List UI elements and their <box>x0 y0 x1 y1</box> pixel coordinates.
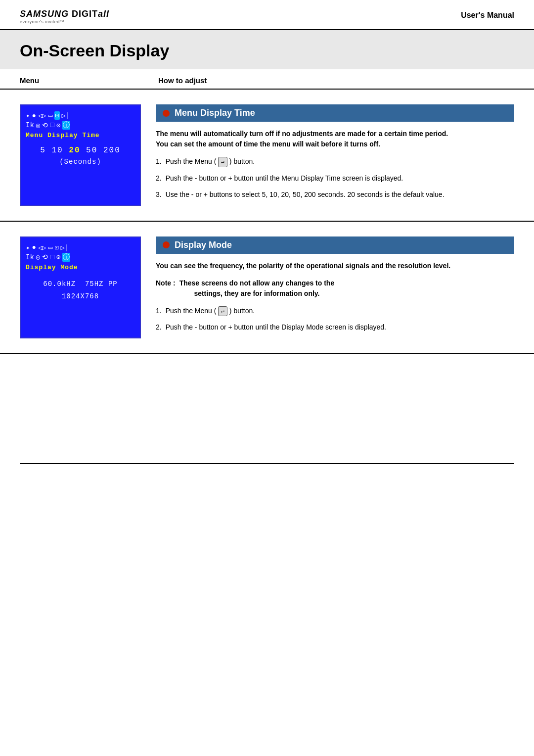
red-dot-icon-dm <box>163 241 170 248</box>
clock-icon-dm: ⊙ <box>56 253 60 261</box>
step-num-2: 2. <box>156 173 162 184</box>
col-menu-header: Menu <box>20 76 158 85</box>
column-headers: Menu How to adjust <box>0 69 534 90</box>
footer-line <box>20 463 514 464</box>
page-title: On-Screen Display <box>20 41 514 60</box>
logo-tagline: everyone's invited™ <box>20 19 109 24</box>
rotate-icon-dm: ⟲ <box>42 253 48 261</box>
step-1-menu-display-time: 1. Push the Menu ( ↵ ) button. <box>156 156 514 167</box>
display-icon: □ <box>50 121 54 129</box>
step-num-1-dm: 1. <box>156 306 162 317</box>
osd-display-mode-values: 60.0kHZ 75HZ PP1024X768 <box>26 278 135 303</box>
section-desc-menu-display-time: The menu will automatically turn off if … <box>156 129 514 149</box>
image-icon: ◁▷ <box>38 111 46 120</box>
logo-text-samsung: SAMSUNG <box>20 9 72 19</box>
page-header: SAMSUNG DIGITall everyone's invited™ Use… <box>0 0 534 30</box>
col-how-header: How to adjust <box>158 76 514 85</box>
input-icon: Ik <box>26 121 34 129</box>
brightness-icon: ✦ <box>26 111 30 120</box>
steps-list-display-mode: 1. Push the Menu ( ↵ ) button. 2. Push t… <box>156 306 514 333</box>
step-text-2: Push the - button or + button until the … <box>166 173 514 184</box>
note-text: These screens do not allow any changes t… <box>179 278 335 299</box>
settings-icon-dm: ◎ <box>36 253 40 261</box>
right-content-menu-display-time: Menu Display Time The menu will automati… <box>156 104 514 206</box>
brightness-icon-dm: ✦ <box>26 243 30 252</box>
size-icon-dm: ▭ <box>48 243 52 252</box>
step-num-2-dm: 2. <box>156 322 162 332</box>
steps-list-menu-display-time: 1. Push the Menu ( ↵ ) button. 2. Push t… <box>156 156 514 200</box>
osd-menu-label: Menu Display Time <box>26 132 135 139</box>
time-val-10: 10 <box>51 146 63 155</box>
spacer-area <box>0 354 534 463</box>
samsung-logo: SAMSUNG DIGITall <box>20 9 109 19</box>
logo-area: SAMSUNG DIGITall everyone's invited™ <box>20 9 109 24</box>
step-3-menu-display-time: 3. Use the - or + buttons to select 5, 1… <box>156 189 514 200</box>
contrast-icon-dm: ● <box>32 243 36 251</box>
note-label: Note : <box>156 278 176 299</box>
step-1-display-mode: 1. Push the Menu ( ↵ ) button. <box>156 306 514 317</box>
note-block-display-mode: Note : These screens do not allow any ch… <box>156 278 514 299</box>
osd-icons-row1-dm: ✦ ● ◁▷ ▭ ⊡ ▷| <box>26 243 135 252</box>
display-icon-dm: □ <box>50 253 54 261</box>
settings-icon: ◎ <box>36 121 40 130</box>
section-menu-display-time: ✦ ● ◁▷ ▭ ⊡ ▷| Ik ◎ ⟲ □ ⊙ ⓘ Menu Display … <box>0 90 534 222</box>
osd-panel-menu-display-time: ✦ ● ◁▷ ▭ ⊡ ▷| Ik ◎ ⟲ □ ⊙ ⓘ Menu Display … <box>20 104 141 206</box>
section-title-menu-display-time: Menu Display Time <box>156 104 514 122</box>
section-desc-display-mode: You can see the frequency, the polarity … <box>156 261 514 271</box>
menu-button-icon: ↵ <box>218 157 227 167</box>
osd-icons-row1: ✦ ● ◁▷ ▭ ⊡ ▷| <box>26 111 135 120</box>
menu-button-icon-dm: ↵ <box>218 306 227 317</box>
osd-time-values: 5 10 20 50 200 <box>26 146 135 155</box>
red-dot-icon <box>163 110 170 117</box>
rotate-icon: ⟲ <box>42 121 48 130</box>
logo-text-digital: DIGITall <box>72 9 109 19</box>
step-text-3: Use the - or + buttons to select 5, 10, … <box>166 189 514 200</box>
time-val-200: 200 <box>103 146 121 155</box>
time-val-50: 50 <box>86 146 97 155</box>
step-text-2-dm: Push the - button or + button until the … <box>166 322 514 332</box>
osd-display-mode-label: Display Mode <box>26 264 135 271</box>
time-val-20: 20 <box>69 146 80 155</box>
info-icon: ⓘ <box>62 121 70 130</box>
page-title-area: On-Screen Display <box>0 30 534 69</box>
osd-time-unit: (Seconds) <box>26 158 135 166</box>
next-icon-dm: ▷| <box>61 243 69 252</box>
clock-icon: ⊙ <box>56 121 60 130</box>
manual-title: User's Manual <box>461 9 514 20</box>
input-icon-dm: Ik <box>26 253 34 261</box>
step-text-1-dm: Push the Menu ( ↵ ) button. <box>166 306 514 317</box>
step-2-display-mode: 2. Push the - button or + button until t… <box>156 322 514 332</box>
osd-icon-dm: ⊡ <box>54 243 58 252</box>
step-num-3: 3. <box>156 189 162 200</box>
step-text-1: Push the Menu ( ↵ ) button. <box>166 156 514 167</box>
section-title-text: Menu Display Time <box>175 108 255 118</box>
info-icon-dm: ⓘ <box>62 253 70 262</box>
section-title-display-mode: Display Mode <box>156 236 514 254</box>
step-2-menu-display-time: 2. Push the - button or + button until t… <box>156 173 514 184</box>
osd-icons-row2: Ik ◎ ⟲ □ ⊙ ⓘ <box>26 121 135 130</box>
osd-icons-row2-dm: Ik ◎ ⟲ □ ⊙ ⓘ <box>26 253 135 262</box>
size-icon: ▭ <box>48 111 52 120</box>
right-content-display-mode: Display Mode You can see the frequency, … <box>156 236 514 339</box>
time-val-5: 5 <box>40 146 46 155</box>
step-num-1: 1. <box>156 156 162 167</box>
contrast-icon: ● <box>32 112 36 120</box>
osd-panel-display-mode: ✦ ● ◁▷ ▭ ⊡ ▷| Ik ◎ ⟲ □ ⊙ ⓘ Display Mode … <box>20 236 141 339</box>
image-icon-dm: ◁▷ <box>38 243 46 252</box>
section-display-mode: ✦ ● ◁▷ ▭ ⊡ ▷| Ik ◎ ⟲ □ ⊙ ⓘ Display Mode … <box>0 222 534 355</box>
osd-icon: ⊡ <box>54 111 59 120</box>
next-icon: ▷| <box>62 111 70 120</box>
section-title-text-dm: Display Mode <box>175 240 232 250</box>
